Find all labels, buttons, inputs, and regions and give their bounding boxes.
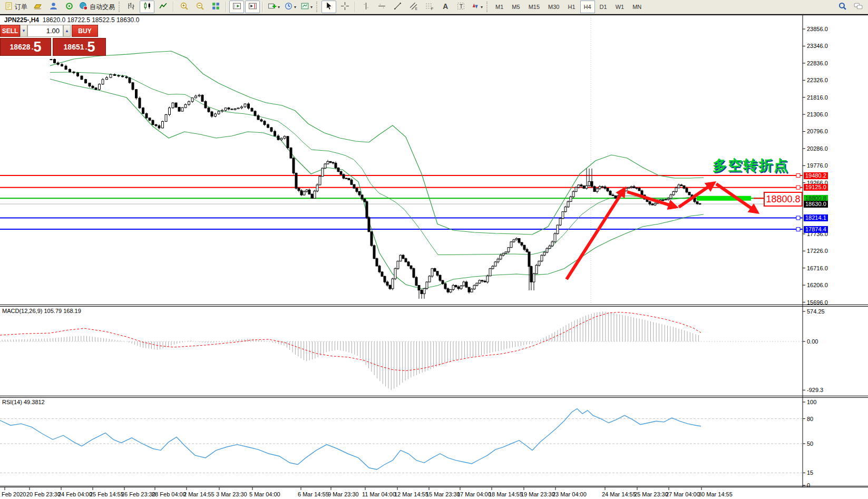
chart-canvas bbox=[0, 0, 868, 499]
sell-price-main: 18628 bbox=[10, 43, 31, 51]
support-highlight-bar bbox=[697, 196, 751, 201]
price-badge-19480.2: 19480.2 bbox=[804, 172, 828, 179]
price-badge-18630.0: 18630.0 bbox=[804, 201, 828, 208]
price-level-label[interactable]: 18800.8 bbox=[764, 192, 803, 207]
rsi-line bbox=[0, 409, 701, 469]
hline-handle[interactable] bbox=[796, 185, 800, 189]
bollinger-middle-band bbox=[50, 72, 699, 255]
macd-indicator-label: MACD(12,26,9) 105.79 168.19 bbox=[2, 308, 81, 314]
buy-price-main: 18651 bbox=[64, 43, 84, 51]
candlesticks bbox=[50, 58, 701, 299]
mt4-terminal: 订单自动交易▾▾▾EFAT▾M1M5M15M30H1H4D1W1MN JPN22… bbox=[0, 0, 868, 499]
buy-price-tile[interactable]: 18651.5 bbox=[53, 38, 106, 56]
sell-button[interactable]: SELL bbox=[0, 25, 20, 37]
hline-handle[interactable] bbox=[796, 174, 800, 178]
turning-point-annotation: 多空转折点 bbox=[713, 156, 789, 175]
chart-svg bbox=[0, 0, 868, 499]
buy-button[interactable]: BUY bbox=[72, 25, 98, 37]
sell-price-tile[interactable]: 18628.5 bbox=[0, 38, 51, 56]
trade-prices-row: 18628.5 18651.5 bbox=[0, 38, 107, 56]
close-value: 18630.0 bbox=[116, 16, 139, 24]
main-chart-panel bbox=[0, 16, 803, 304]
symbol-period-label: JPN225-,H4 bbox=[4, 16, 39, 24]
open-value: 18620.0 bbox=[43, 16, 65, 24]
price-badge-17874.4: 17874.4 bbox=[804, 226, 828, 233]
rsi-panel bbox=[0, 409, 803, 473]
volume-decrease-button[interactable]: ▼ bbox=[20, 25, 27, 37]
rsi-indicator-label: RSI(14) 49.3812 bbox=[2, 399, 45, 405]
buy-price-pip: 5 bbox=[87, 40, 95, 54]
price-badge-18214.1: 18214.1 bbox=[804, 214, 828, 221]
trade-controls-row: SELL ▼ ▲ BUY bbox=[0, 25, 107, 37]
volume-input[interactable] bbox=[27, 25, 63, 37]
one-click-trading-widget: SELL ▼ ▲ BUY 18628.5 18651.5 bbox=[0, 25, 107, 56]
price-badge-19125.0: 19125.0 bbox=[804, 184, 828, 191]
low-value: 18522.5 bbox=[92, 16, 114, 24]
hline-handle[interactable] bbox=[796, 228, 800, 231]
bollinger-upper-band bbox=[50, 51, 704, 234]
high-value: 18722.5 bbox=[67, 16, 90, 24]
volume-increase-button[interactable]: ▲ bbox=[63, 25, 71, 37]
sell-price-pip: 5 bbox=[33, 40, 41, 54]
chart-ohlc-title: JPN225-,H4 18620.0 18722.5 18522.5 18630… bbox=[4, 16, 139, 24]
macd-panel bbox=[0, 311, 803, 390]
bollinger-lower-band bbox=[50, 79, 704, 289]
hline-handle[interactable] bbox=[796, 216, 800, 220]
